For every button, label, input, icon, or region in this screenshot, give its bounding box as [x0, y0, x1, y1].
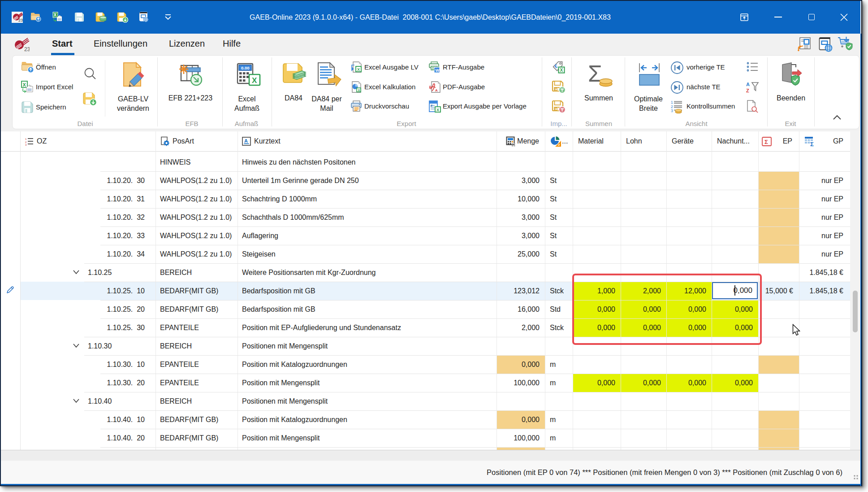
svg-text:X: X	[357, 67, 360, 72]
svg-text:A: A	[244, 138, 248, 144]
svg-text:W: W	[436, 68, 440, 73]
svg-text:3: 3	[25, 143, 27, 146]
svg-text:X: X	[358, 88, 360, 92]
svg-text:Σ: Σ	[764, 139, 768, 145]
svg-text:X: X	[560, 68, 563, 73]
svg-text:Σ: Σ	[810, 141, 814, 147]
svg-text:0.00: 0.00	[241, 65, 250, 70]
svg-text:1: 1	[671, 100, 673, 104]
svg-text:A: A	[746, 82, 750, 87]
svg-text:X: X	[23, 82, 26, 87]
svg-text:X: X	[436, 108, 439, 112]
svg-text:#: #	[431, 104, 433, 108]
svg-text:23: 23	[24, 46, 30, 52]
svg-text:3: 3	[671, 109, 673, 113]
svg-text:2: 2	[671, 104, 673, 109]
svg-text:X: X	[252, 76, 257, 85]
svg-text:Z: Z	[746, 88, 749, 93]
svg-text:A: A	[435, 88, 438, 92]
